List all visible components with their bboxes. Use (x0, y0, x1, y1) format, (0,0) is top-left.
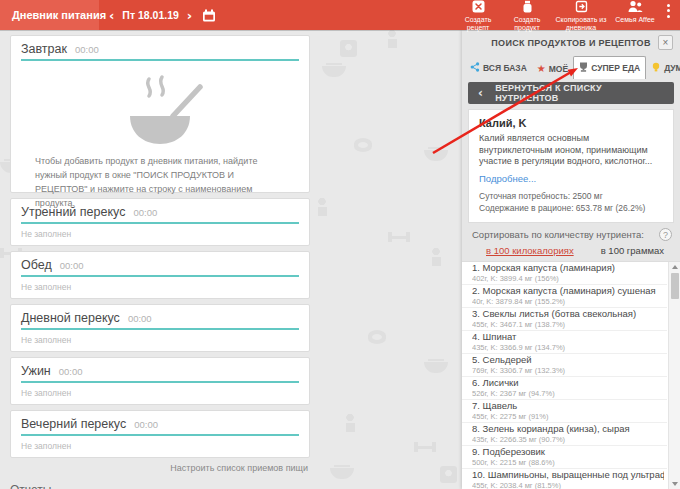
meal-time[interactable]: 00:00 (134, 419, 158, 430)
database-icon (470, 62, 480, 74)
meal-time[interactable]: 00:00 (75, 44, 99, 55)
tab-label: ДУМАЕМ (664, 63, 680, 73)
button-label: Скопировать из дневника (553, 16, 609, 32)
meal-time[interactable]: 00:00 (133, 207, 157, 218)
chevron-left-icon: ‹ (478, 86, 483, 100)
create-recipe-button[interactable]: Создать рецепт (455, 0, 501, 32)
create-product-icon (521, 0, 534, 15)
scale-watermark-icon (440, 466, 457, 483)
back-to-nutrients-button[interactable]: ‹ ВЕРНУТЬСЯ К СПИСКУ НУТРИЕНТОВ (468, 82, 674, 104)
more-menu-icon[interactable] (667, 4, 670, 18)
food-list-item[interactable]: 1. Морская капуста (ламинария) 402г, K: … (462, 262, 667, 285)
scroll-up-icon[interactable] (672, 265, 678, 269)
nutrient-info-panel: Калий, K Калий является основным внутрик… (468, 109, 674, 223)
meal-card-day-snack[interactable]: Дневной перекус 00:00 Не заполнен (10, 304, 310, 352)
meal-card-breakfast[interactable]: Завтрак 00:00 Чтобы добавить продукт в д… (10, 35, 310, 193)
family-button[interactable]: Семья Affee (612, 0, 658, 24)
nutrient-name: Калий, K (479, 117, 663, 129)
food-list-item[interactable]: 8. Зелень кориандра (кинза), сырая 435г,… (462, 423, 667, 446)
food-name: 10. Шампиньоны, выращенные под ультрафио… (472, 470, 664, 481)
tab-all-base[interactable]: ВСЯ БАЗА (465, 57, 532, 79)
dumbbell-watermark-icon (388, 232, 410, 242)
meal-status: Не заполнен (11, 383, 309, 404)
food-list: 1. Морская капуста (ламинария) 402г, K: … (462, 261, 680, 489)
meal-name: Утренний перекус (21, 205, 125, 219)
meal-time[interactable]: 00:00 (59, 366, 83, 377)
tab-super-food[interactable]: СУПЕР ЕДА (573, 56, 646, 79)
meal-status: Не заполнен (11, 330, 309, 351)
scrollbar-thumb[interactable] (671, 273, 679, 299)
meal-time[interactable]: 00:00 (60, 260, 84, 271)
food-name: 8. Зелень кориандра (кинза), сырая (472, 424, 664, 435)
food-details: 526г, K: 2367 мг (94.7%) (472, 390, 664, 398)
meal-name: Ужин (21, 364, 51, 378)
sort-per-100-kcal-link[interactable]: в 100 килокалориях (486, 245, 574, 256)
button-label: Семья Affee (615, 16, 654, 24)
meal-time[interactable]: 00:00 (128, 313, 152, 324)
food-name: 7. Щавель (472, 401, 664, 412)
configure-meals-link[interactable]: Настроить список приемов пищи (10, 463, 308, 473)
food-details: 455г, K: 2275 мг (91%) (472, 413, 664, 421)
food-name: 2. Морская капуста (ламинария) сушеная (472, 286, 664, 297)
close-icon[interactable]: × (658, 35, 673, 50)
food-name: 6. Лисички (472, 378, 664, 389)
meal-name: Завтрак (21, 42, 67, 56)
meal-name: Обед (21, 258, 52, 272)
help-icon[interactable]: ? (659, 228, 672, 241)
button-label: Создать рецепт (455, 16, 501, 32)
meal-card-lunch[interactable]: Обед 00:00 Не заполнен (10, 251, 310, 299)
prev-day-button[interactable]: ‹ (109, 9, 114, 22)
food-list-item[interactable]: 10. Шампиньоны, выращенные под ультрафио… (462, 469, 667, 489)
calendar-icon[interactable] (202, 9, 216, 22)
food-details: 500г, K: 2215 мг (88.6%) (472, 459, 664, 467)
reports-title: Отчеты (10, 483, 310, 489)
current-date[interactable]: Пт 18.01.19 (122, 9, 178, 21)
food-name: 9. Подберезовик (472, 447, 664, 458)
food-name: 1. Морская капуста (ламинария) (472, 263, 664, 274)
tape-watermark-icon (368, 330, 386, 344)
food-list-item[interactable]: 5. Сельдерей 769г, K: 3306.7 мг (132.3%) (462, 354, 667, 377)
person-watermark-icon (386, 30, 398, 48)
food-details: 40г, K: 3879.84 мг (155.2%) (472, 298, 664, 306)
tape-watermark-icon (354, 138, 372, 152)
search-tabs: ВСЯ БАЗА ★ МОЁ СУПЕР ЕДА ДУМАЕМ (462, 56, 680, 79)
star-icon: ★ (537, 65, 546, 73)
tab-my[interactable]: ★ МОЁ (532, 59, 573, 79)
meal-status: Не заполнен (11, 436, 309, 457)
list-scrollbar[interactable] (668, 262, 680, 489)
copy-from-diary-button[interactable]: Скопировать из дневника (553, 0, 609, 32)
meal-status: Не заполнен (11, 224, 309, 245)
tab-label: МОЁ (549, 64, 568, 74)
sort-per-100-g-link[interactable]: в 100 граммах (601, 245, 664, 256)
sort-block: Сортировать по количеству нутриента: ? в… (462, 223, 680, 261)
meal-status: Не заполнен (11, 277, 309, 298)
lightbulb-icon (651, 62, 661, 74)
daily-need-text: Суточная потребность: 2500 мг (479, 190, 663, 202)
food-name: 3. Свеклы листья (ботва свекольная) (472, 309, 664, 320)
next-day-button[interactable]: › (187, 9, 192, 22)
bowl-icon (11, 74, 309, 148)
food-list-item[interactable]: 3. Свеклы листья (ботва свекольная) 455г… (462, 308, 667, 331)
sort-label: Сортировать по количеству нутриента: (472, 229, 670, 240)
dish-watermark-icon (424, 362, 448, 373)
food-list-item[interactable]: 7. Щавель 455г, K: 2275 мг (91%) (462, 400, 667, 423)
food-list-item[interactable]: 4. Шпинат 435г, K: 3366.9 мг (134.7%) (462, 331, 667, 354)
meal-card-evening-snack[interactable]: Вечерний перекус 00:00 Не заполнен (10, 410, 310, 458)
create-product-button[interactable]: Создать продукт (504, 0, 550, 32)
food-list-item[interactable]: 2. Морская капуста (ламинария) сушеная 4… (462, 285, 667, 308)
dish-watermark-icon (330, 468, 354, 479)
meal-name: Дневной перекус (21, 311, 120, 325)
date-navigation: ‹ Пт 18.01.19 › (109, 9, 216, 22)
food-details: 769г, K: 3306.7 мг (132.3%) (472, 367, 664, 375)
app-header: Дневник питания ‹ Пт 18.01.19 › Создать … (0, 0, 680, 30)
person-watermark-icon (344, 414, 356, 432)
food-list-item[interactable]: 9. Подберезовик 500г, K: 2215 мг (88.6%) (462, 446, 667, 469)
more-details-link[interactable]: Подробнее... (479, 173, 536, 184)
meal-card-morning-snack[interactable]: Утренний перекус 00:00 Не заполнен (10, 198, 310, 246)
create-recipe-icon (472, 0, 485, 15)
food-list-item[interactable]: 6. Лисички 526г, K: 2367 мг (94.7%) (462, 377, 667, 400)
scroll-down-icon[interactable] (672, 482, 678, 486)
person-watermark-icon (430, 248, 442, 266)
meal-card-dinner[interactable]: Ужин 00:00 Не заполнен (10, 357, 310, 405)
tab-thinking[interactable]: ДУМАЕМ (646, 57, 680, 79)
